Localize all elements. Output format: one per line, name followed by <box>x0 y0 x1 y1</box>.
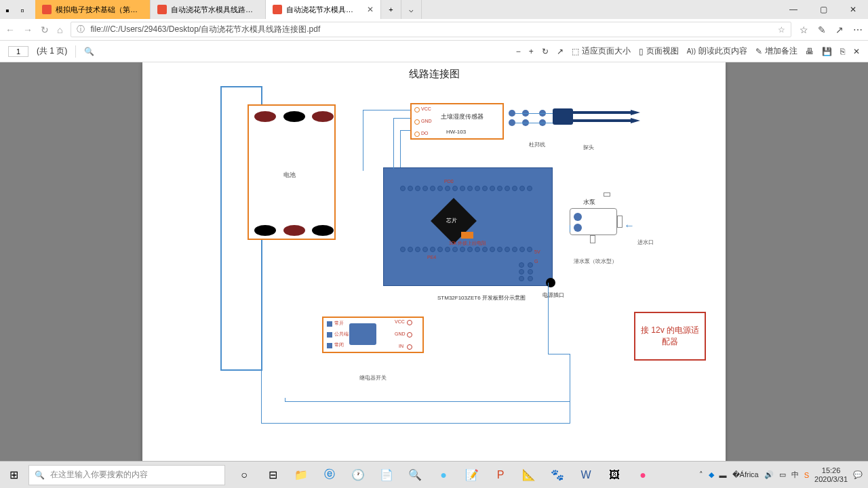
tab-menu-button[interactable]: ⌵ <box>401 0 422 19</box>
zoom-out-button[interactable]: − <box>516 47 521 56</box>
tab-label: 自动浇花节水模具线路连 <box>286 5 360 15</box>
explorer-icon[interactable]: 📁 <box>288 462 315 489</box>
tab-0[interactable]: 模拟电子技术基础（第五版 <box>35 0 151 19</box>
search-box[interactable]: 🔍 在这里输入你要搜索的内容 <box>28 465 225 485</box>
url-text: file:///C:/Users/29463/Desktop/自动浇花节水模具线… <box>90 24 320 35</box>
ime-icon[interactable]: 中 <box>791 470 799 480</box>
wifi-icon[interactable]: �África <box>732 470 759 479</box>
battery-cell <box>283 111 305 122</box>
save-icon[interactable]: 💾 <box>822 47 832 56</box>
tray-icon[interactable]: S <box>804 471 809 479</box>
app-icon[interactable]: 📝 <box>458 462 486 489</box>
tray-icon[interactable]: ◆ <box>709 470 714 479</box>
rotate-button[interactable]: ↻ <box>542 47 549 56</box>
close-icon[interactable]: ✕ <box>367 5 374 14</box>
pen-icon[interactable]: ✎ <box>818 24 826 35</box>
relay-label-com: 公共端 <box>334 331 349 338</box>
window-controls: — ▢ ✕ <box>778 0 868 19</box>
dupont-label: 杜邦线 <box>529 141 545 148</box>
notifications-icon[interactable]: 💬 <box>853 470 863 479</box>
zoom-in-button[interactable]: + <box>529 47 534 56</box>
app-icon[interactable]: 🐾 <box>544 462 571 489</box>
addr-right-icons: ☆ ✎ ↗ ⋯ <box>800 24 863 35</box>
word-icon[interactable]: W <box>572 462 599 489</box>
system-icons: ▪ ▫ <box>0 5 35 14</box>
search-icon[interactable]: 🔍 <box>84 47 94 56</box>
back-button[interactable]: ← <box>5 24 15 35</box>
clock[interactable]: 15:26 2020/3/31 <box>814 466 848 483</box>
relay-pin-in <box>407 344 412 350</box>
search-icon: 🔍 <box>35 470 45 480</box>
probe-tip <box>631 118 640 123</box>
app-icon[interactable]: 🔍 <box>401 462 429 489</box>
battery-cell <box>254 225 276 236</box>
more-icon[interactable]: ⋯ <box>853 24 863 35</box>
pdf-icon <box>273 5 282 14</box>
share-icon[interactable]: ↗ <box>835 24 844 35</box>
minimize-button[interactable]: — <box>778 0 808 19</box>
export-icon[interactable]: ⎘ <box>840 47 845 56</box>
app-icon[interactable]: 📄 <box>373 462 400 489</box>
circuit-diagram: 电池 VCC GND DO 土壤湿度传感器 HW-103 杜邦线 探头 <box>142 62 726 469</box>
wire <box>515 113 553 114</box>
pump-sublabel: 潜水泵（吹水型） <box>574 258 617 265</box>
app-icon[interactable]: 🕐 <box>344 462 372 489</box>
search-placeholder: 在这里输入你要搜索的内容 <box>50 469 148 481</box>
app-icon[interactable]: ● <box>629 462 656 489</box>
page-input[interactable] <box>8 46 28 57</box>
tab-2-active[interactable]: 自动浇花节水模具线路连 ✕ <box>266 0 381 19</box>
tab-1[interactable]: 自动浇花节水模具线路连接 <box>151 0 266 19</box>
relay-pin-no <box>327 321 332 327</box>
forward-button[interactable]: → <box>23 24 33 35</box>
relay-label-no: 常开 <box>334 320 344 327</box>
new-tab-button[interactable]: + <box>381 0 401 19</box>
home-button[interactable]: ⌂ <box>57 24 62 35</box>
arrow-icon: ← <box>624 220 635 232</box>
add-note-button[interactable]: ✎ 增加备注 <box>755 45 797 57</box>
relay-label-vcc: VCC <box>395 319 405 324</box>
favorites-icon[interactable]: ☆ <box>800 24 808 35</box>
cortana-icon[interactable]: ○ <box>231 462 258 489</box>
read-aloud-button[interactable]: A)) 朗读此页内容 <box>687 45 747 57</box>
tab-strip: 模拟电子技术基础（第五版 自动浇花节水模具线路连接 自动浇花节水模具线路连 ✕ … <box>35 0 778 19</box>
relay-label-in: IN <box>399 344 403 348</box>
draw-button[interactable]: ↗ <box>557 47 564 56</box>
relay-pin-nc <box>327 343 332 348</box>
pdf-viewer[interactable]: 线路连接图 电池 VCC GND DO 土壤湿度传感器 HW-103 <box>0 62 868 469</box>
battery-icon[interactable]: ▭ <box>779 470 786 479</box>
url-field[interactable]: ⓘ file:///C:/Users/29463/Desktop/自动浇花节水模… <box>71 22 791 37</box>
sensor-title: 土壤湿度传感器 <box>441 113 484 121</box>
matlab-icon[interactable]: 📐 <box>515 462 542 489</box>
connector-dot <box>509 119 515 126</box>
sensor-pin-vcc <box>414 107 420 113</box>
app-icon[interactable]: ● <box>430 462 457 489</box>
pin-pd0: PD0 <box>444 179 454 184</box>
pump-label: 水泵 <box>583 198 595 207</box>
volume-icon[interactable]: 🔊 <box>764 470 774 479</box>
pump-top <box>604 192 610 197</box>
tray-icon[interactable]: ▬ <box>719 471 727 479</box>
pdf-page: 线路连接图 电池 VCC GND DO 土壤湿度传感器 HW-103 <box>142 62 726 469</box>
pump-terminal <box>574 213 582 221</box>
wire <box>515 123 553 123</box>
taskview-icon[interactable]: ⊟ <box>259 462 286 489</box>
photos-icon[interactable]: 🖼 <box>601 462 628 489</box>
sensor-model: HW-103 <box>446 129 466 135</box>
refresh-button[interactable]: ↻ <box>41 24 49 35</box>
wire <box>393 118 394 169</box>
pump-inlet <box>590 235 595 243</box>
close-button[interactable]: ✕ <box>838 0 868 19</box>
taskbar-icons: ○ ⊟ 📁 ⓔ 🕐 📄 🔍 ● 📝 P 📐 🐾 W 🖼 ● <box>231 462 656 489</box>
favorite-icon[interactable]: ☆ <box>778 25 785 35</box>
powerpoint-icon[interactable]: P <box>487 462 514 489</box>
print-icon[interactable]: 🖶 <box>806 47 814 56</box>
maximize-button[interactable]: ▢ <box>808 0 838 19</box>
titlebar: ▪ ▫ 模拟电子技术基础（第五版 自动浇花节水模具线路连接 自动浇花节水模具线路… <box>0 0 868 19</box>
start-button[interactable]: ⊞ <box>0 462 27 489</box>
pageview-button[interactable]: ▯ 页面视图 <box>639 45 679 57</box>
fit-button[interactable]: ⬚ 适应页面大小 <box>572 45 631 57</box>
settings-icon[interactable]: ✕ <box>853 47 860 56</box>
resistor-label: 10k 外接上拉电阻 <box>449 240 486 247</box>
tray-chevron-icon[interactable]: ˄ <box>699 470 703 479</box>
edge-icon[interactable]: ⓔ <box>316 462 343 489</box>
